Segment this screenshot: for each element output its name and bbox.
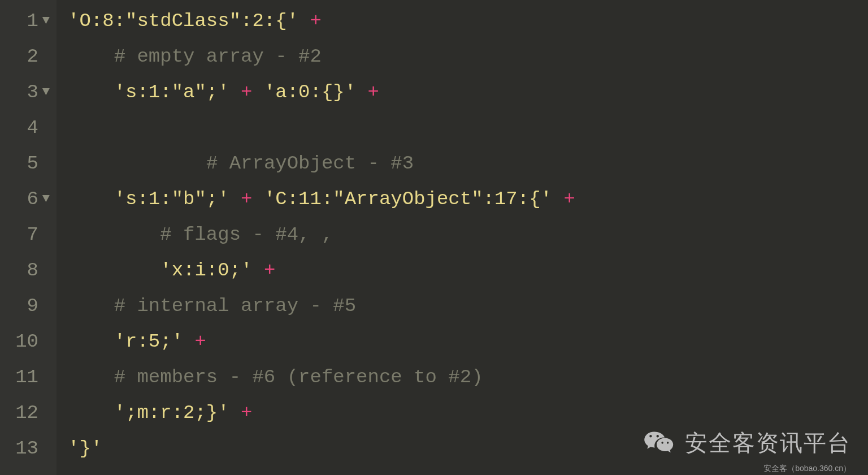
token-string: 's:1:"b";'	[114, 182, 229, 217]
token	[252, 253, 263, 288]
token	[356, 75, 367, 110]
token-operator: +	[241, 75, 252, 110]
token-operator: +	[310, 3, 321, 39]
token	[252, 182, 263, 217]
fold-marker-icon[interactable]: ▼	[41, 81, 50, 104]
code-line[interactable]: 'O:8:"stdClass":2:{' +	[68, 3, 868, 39]
watermark: 安全客资讯平台	[643, 422, 851, 464]
line-number: 9	[5, 288, 50, 324]
line-number: 8	[5, 253, 50, 288]
line-number: 13	[5, 431, 50, 467]
line-number-gutter: 1▼23▼456▼78910111213	[0, 0, 57, 475]
token-comment: # empty array - #2	[114, 39, 322, 75]
token-operator: +	[368, 75, 379, 110]
line-number: 5	[5, 146, 50, 182]
token-string: '}'	[68, 431, 102, 467]
token-comment: # flags - #4, ,	[160, 217, 333, 253]
code-line[interactable]: # ArrayObject - #3	[68, 146, 868, 182]
line-number: 11	[5, 360, 50, 395]
token-comment: # internal array - #5	[114, 288, 356, 324]
token	[229, 75, 241, 110]
token-operator: +	[563, 182, 575, 217]
code-line[interactable]	[68, 110, 868, 146]
token	[229, 395, 241, 431]
token-string: 'r:5;'	[114, 324, 183, 360]
code-line[interactable]: # members - #6 (reference to #2)	[68, 360, 868, 395]
code-line[interactable]: 's:1:"a";' + 'a:0:{}' +	[68, 75, 868, 110]
code-line[interactable]: 's:1:"b";' + 'C:11:"ArrayObject":17:{' +	[68, 182, 868, 217]
code-line[interactable]: 'r:5;' +	[68, 324, 868, 360]
line-number: 1▼	[5, 3, 50, 39]
token	[229, 182, 241, 217]
token-string: 'x:i:0;'	[160, 253, 252, 288]
token-operator: +	[194, 324, 206, 360]
line-number: 4	[5, 110, 50, 146]
token-comment: # ArrayObject - #3	[206, 146, 414, 182]
line-number: 2	[5, 39, 50, 75]
line-number: 3▼	[5, 75, 50, 110]
line-number: 7	[5, 217, 50, 253]
line-number: 6▼	[5, 182, 50, 217]
token-string: 'O:8:"stdClass":2:{'	[68, 3, 298, 39]
watermark-subtext: 安全客（bobao.360.cn）	[763, 461, 851, 475]
token	[183, 324, 194, 360]
watermark-text: 安全客资讯平台	[685, 422, 851, 464]
wechat-icon	[643, 427, 675, 459]
code-line[interactable]: # empty array - #2	[68, 39, 868, 75]
fold-marker-icon[interactable]: ▼	[41, 10, 50, 33]
token	[552, 182, 563, 217]
token-string: 's:1:"a";'	[114, 75, 229, 110]
token-operator: +	[241, 395, 252, 431]
token-operator: +	[264, 253, 275, 288]
token-string: 'C:11:"ArrayObject":17:{'	[264, 182, 552, 217]
fold-marker-icon[interactable]: ▼	[41, 188, 50, 211]
token	[298, 3, 310, 39]
line-number: 10	[5, 324, 50, 360]
code-editor[interactable]: 1▼23▼456▼78910111213 'O:8:"stdClass":2:{…	[0, 0, 868, 475]
line-number: 12	[5, 395, 50, 431]
token-string: 'a:0:{}'	[264, 75, 356, 110]
token-comment: # members - #6 (reference to #2)	[114, 360, 483, 395]
token-string: ';m:r:2;}'	[114, 395, 229, 431]
code-line[interactable]: # flags - #4, ,	[68, 217, 868, 253]
code-line[interactable]: # internal array - #5	[68, 288, 868, 324]
code-line[interactable]: 'x:i:0;' +	[68, 253, 868, 288]
token	[252, 75, 263, 110]
code-area[interactable]: 'O:8:"stdClass":2:{' + # empty array - #…	[57, 0, 868, 475]
token-operator: +	[241, 182, 252, 217]
